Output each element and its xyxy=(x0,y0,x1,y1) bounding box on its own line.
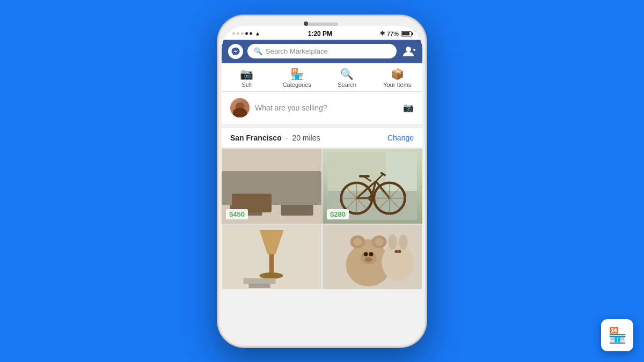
marketplace-icon: 🏪 xyxy=(608,327,627,344)
battery-percent: 77% xyxy=(387,31,399,37)
svg-point-57 xyxy=(398,250,401,253)
lamp-svg xyxy=(222,225,321,289)
status-time: 1:20 PM xyxy=(308,30,332,38)
phone-screen: ▲ 1:20 PM ✱ 77% xyxy=(222,26,422,337)
marketplace-badge: 🏪 xyxy=(601,319,633,351)
svg-rect-39 xyxy=(244,278,276,284)
bluetooth-icon: ✱ xyxy=(380,30,385,37)
svg-rect-11 xyxy=(305,173,319,202)
svg-point-49 xyxy=(364,252,368,256)
content-area: What are you selling? 📷 San Francisco · … xyxy=(222,92,422,337)
tab-sell[interactable]: 📷 Sell xyxy=(222,68,272,88)
phone-camera xyxy=(304,21,308,26)
sell-prompt[interactable]: What are you selling? 📷 xyxy=(222,92,422,124)
status-bar: ▲ 1:20 PM ✱ 77% xyxy=(222,26,422,40)
signal-dot-5 xyxy=(250,32,252,35)
sell-input[interactable]: What are you selling? xyxy=(255,104,398,112)
sell-icon: 📷 xyxy=(240,68,253,80)
svg-point-56 xyxy=(395,250,398,253)
svg-point-54 xyxy=(389,234,397,249)
product-grid: $450 xyxy=(222,149,422,289)
search-tab-icon: 🔍 xyxy=(340,68,354,80)
svg-rect-40 xyxy=(249,284,270,288)
svg-point-46 xyxy=(354,238,362,246)
search-placeholder: Search Marketplace xyxy=(266,47,328,55)
svg-point-55 xyxy=(399,234,408,249)
svg-rect-24 xyxy=(359,175,370,178)
search-bar[interactable]: 🔍 Search Marketplace xyxy=(247,44,397,58)
tab-bar: 📷 Sell 🏪 Categories 🔍 Search 📦 Your Item… xyxy=(222,63,422,92)
couch-price: $450 xyxy=(226,209,248,219)
svg-rect-37 xyxy=(269,254,274,276)
product-card-lamp[interactable] xyxy=(222,225,321,289)
city-name: San Francisco xyxy=(230,134,282,142)
status-right: ✱ 77% xyxy=(380,30,412,37)
bear-svg xyxy=(323,225,422,289)
search-label: Search xyxy=(338,82,356,88)
avatar-image xyxy=(230,98,250,117)
sell-label: Sell xyxy=(242,82,252,88)
svg-point-0 xyxy=(406,47,411,52)
sell-camera-icon[interactable]: 📷 xyxy=(403,102,414,113)
battery-icon xyxy=(401,31,412,36)
phone-wrapper: ▲ 1:20 PM ✱ 77% xyxy=(217,15,427,348)
change-location-button[interactable]: Change xyxy=(387,134,414,142)
categories-label: Categories xyxy=(283,82,311,88)
svg-point-38 xyxy=(260,272,283,279)
battery-fill xyxy=(402,32,409,35)
product-card-bear[interactable] xyxy=(323,225,422,289)
signal-dot-4 xyxy=(245,32,248,35)
location-bar: San Francisco · 20 miles Change xyxy=(222,128,422,147)
messenger-icon xyxy=(231,47,240,56)
svg-rect-8 xyxy=(281,197,313,216)
svg-rect-9 xyxy=(236,200,311,204)
location-text: San Francisco · 20 miles xyxy=(230,134,320,142)
phone-notch xyxy=(306,23,338,26)
profile-icon xyxy=(401,45,415,58)
search-icon: 🔍 xyxy=(254,47,262,55)
categories-icon: 🏪 xyxy=(290,68,304,80)
svg-rect-4 xyxy=(222,181,321,197)
your-items-label: Your Items xyxy=(383,82,411,88)
location-separator: · xyxy=(286,134,288,142)
user-avatar xyxy=(230,98,250,117)
svg-rect-5 xyxy=(228,173,316,200)
wifi-icon: ▲ xyxy=(255,31,260,36)
your-items-icon: 📦 xyxy=(391,68,404,80)
tab-search[interactable]: 🔍 Search xyxy=(322,68,372,88)
svg-rect-10 xyxy=(225,173,238,202)
messenger-button[interactable] xyxy=(228,44,243,59)
nav-bar: 🔍 Search Marketplace xyxy=(222,40,422,63)
profile-button[interactable] xyxy=(401,44,416,59)
product-card-couch[interactable]: $450 xyxy=(222,149,321,224)
signal-dot-2 xyxy=(237,32,239,35)
svg-rect-6 xyxy=(228,191,316,200)
signal-dot-3 xyxy=(241,32,244,35)
svg-point-50 xyxy=(369,252,374,256)
product-card-bike[interactable]: $280 xyxy=(323,149,422,224)
svg-point-47 xyxy=(375,238,384,246)
lamp-image xyxy=(222,225,321,289)
signal-indicators: ▲ xyxy=(232,31,260,36)
location-miles: 20 miles xyxy=(292,134,320,142)
svg-point-51 xyxy=(365,257,372,262)
signal-dot-1 xyxy=(232,32,235,35)
bike-price: $280 xyxy=(327,209,349,219)
tab-your-items[interactable]: 📦 Your Items xyxy=(372,68,423,88)
tab-categories[interactable]: 🏪 Categories xyxy=(272,68,323,88)
bear-image xyxy=(323,225,422,289)
phone-frame: ▲ 1:20 PM ✱ 77% xyxy=(217,15,427,348)
